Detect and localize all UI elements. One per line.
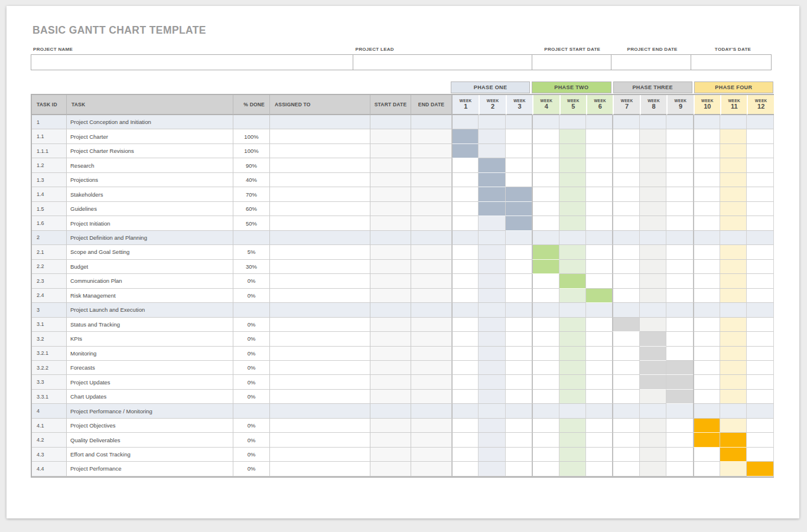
end-date-cell[interactable] xyxy=(411,361,452,375)
task-id-cell[interactable]: 2.4 xyxy=(32,289,67,303)
task-id-cell[interactable]: 3.2 xyxy=(32,332,67,346)
end-date-cell[interactable] xyxy=(411,144,452,158)
assigned-to-cell[interactable] xyxy=(270,245,370,259)
gantt-cell-week-1[interactable] xyxy=(452,347,479,361)
percent-done-cell[interactable]: 5% xyxy=(233,245,270,259)
gantt-cell-week-8[interactable] xyxy=(640,448,666,462)
gantt-cell-week-10[interactable] xyxy=(693,216,720,230)
task-name-cell[interactable]: Projections xyxy=(67,173,233,187)
start-date-cell[interactable] xyxy=(370,303,411,317)
task-id-cell[interactable]: 1 xyxy=(32,115,67,129)
assigned-to-cell[interactable] xyxy=(270,115,370,129)
gantt-cell-week-10[interactable] xyxy=(693,158,720,172)
gantt-cell-week-10[interactable] xyxy=(693,129,720,143)
assigned-to-cell[interactable] xyxy=(270,462,370,476)
gantt-cell-week-4[interactable] xyxy=(532,404,559,418)
task-name-cell[interactable]: Risk Management xyxy=(67,289,233,303)
gantt-cell-week-4[interactable] xyxy=(532,419,559,433)
gantt-cell-week-4[interactable] xyxy=(532,332,559,346)
gantt-cell-week-1[interactable] xyxy=(452,260,479,274)
end-date-cell[interactable] xyxy=(411,158,452,172)
gantt-cell-week-8[interactable] xyxy=(640,129,666,143)
gantt-cell-week-4[interactable] xyxy=(532,274,559,288)
gantt-cell-week-3[interactable] xyxy=(506,173,532,187)
gantt-cell-week-6[interactable] xyxy=(586,462,613,476)
assigned-to-cell[interactable] xyxy=(270,361,370,375)
gantt-cell-week-6[interactable] xyxy=(586,144,613,158)
gantt-cell-week-7[interactable] xyxy=(612,433,639,447)
gantt-cell-week-4[interactable] xyxy=(532,448,559,462)
start-date-cell[interactable] xyxy=(370,173,411,187)
gantt-cell-week-8[interactable] xyxy=(640,245,666,259)
task-id-cell[interactable]: 1.5 xyxy=(32,202,67,216)
gantt-cell-week-9[interactable] xyxy=(666,187,693,201)
percent-done-cell[interactable]: 70% xyxy=(233,187,270,201)
gantt-cell-week-4[interactable] xyxy=(532,375,559,389)
gantt-cell-week-2[interactable] xyxy=(479,231,505,245)
gantt-cell-week-11[interactable] xyxy=(720,390,747,404)
gantt-cell-week-7[interactable] xyxy=(612,404,639,418)
end-date-cell[interactable] xyxy=(411,274,452,288)
gantt-cell-week-3[interactable] xyxy=(506,390,532,404)
gantt-cell-week-1[interactable] xyxy=(452,245,479,259)
gantt-bar-week-8[interactable] xyxy=(640,375,666,389)
gantt-cell-week-5[interactable] xyxy=(559,448,586,462)
gantt-bar-week-10[interactable] xyxy=(693,419,720,433)
gantt-cell-week-1[interactable] xyxy=(452,433,479,447)
gantt-cell-week-9[interactable] xyxy=(666,245,693,259)
task-id-cell[interactable]: 1.1.1 xyxy=(32,144,67,158)
gantt-cell-week-2[interactable] xyxy=(479,115,505,129)
gantt-cell-week-4[interactable] xyxy=(532,347,559,361)
gantt-cell-week-8[interactable] xyxy=(640,433,666,447)
gantt-cell-week-10[interactable] xyxy=(693,231,720,245)
gantt-cell-week-10[interactable] xyxy=(693,462,720,476)
gantt-cell-week-2[interactable] xyxy=(479,332,505,346)
start-date-cell[interactable] xyxy=(370,187,411,201)
gantt-bar-week-2[interactable] xyxy=(479,173,505,187)
gantt-cell-week-6[interactable] xyxy=(586,347,613,361)
gantt-cell-week-9[interactable] xyxy=(666,419,693,433)
start-date-cell[interactable] xyxy=(370,332,411,346)
gantt-cell-week-8[interactable] xyxy=(640,419,666,433)
gantt-cell-week-8[interactable] xyxy=(640,187,666,201)
gantt-cell-week-6[interactable] xyxy=(586,187,613,201)
gantt-cell-week-9[interactable] xyxy=(666,289,693,303)
gantt-cell-week-1[interactable] xyxy=(452,158,479,172)
end-date-cell[interactable] xyxy=(411,375,452,389)
gantt-cell-week-1[interactable] xyxy=(452,448,479,462)
percent-done-cell[interactable]: 0% xyxy=(233,462,270,476)
gantt-cell-week-4[interactable] xyxy=(532,115,559,129)
gantt-cell-week-6[interactable] xyxy=(586,274,613,288)
task-name-cell[interactable]: Effort and Cost Tracking xyxy=(67,448,233,462)
gantt-cell-week-2[interactable] xyxy=(479,347,505,361)
gantt-cell-week-1[interactable] xyxy=(452,187,479,201)
percent-done-cell[interactable]: 0% xyxy=(233,448,270,462)
gantt-cell-week-11[interactable] xyxy=(720,289,747,303)
end-date-cell[interactable] xyxy=(411,332,452,346)
gantt-cell-week-4[interactable] xyxy=(532,158,559,172)
gantt-bar-week-12[interactable] xyxy=(747,462,773,476)
gantt-cell-week-1[interactable] xyxy=(452,462,479,476)
end-date-cell[interactable] xyxy=(411,433,452,447)
assigned-to-cell[interactable] xyxy=(270,332,370,346)
gantt-cell-week-7[interactable] xyxy=(612,158,639,172)
gantt-cell-week-2[interactable] xyxy=(479,274,505,288)
assigned-to-cell[interactable] xyxy=(270,231,370,245)
gantt-bar-week-3[interactable] xyxy=(506,202,532,216)
gantt-cell-week-9[interactable] xyxy=(666,231,693,245)
gantt-cell-week-1[interactable] xyxy=(452,404,479,418)
gantt-cell-week-11[interactable] xyxy=(720,419,747,433)
project-lead-input[interactable] xyxy=(353,55,532,70)
gantt-cell-week-6[interactable] xyxy=(586,318,613,332)
gantt-cell-week-12[interactable] xyxy=(747,404,773,418)
task-name-cell[interactable]: Guidelines xyxy=(67,202,233,216)
percent-done-cell[interactable] xyxy=(233,231,270,245)
assigned-to-cell[interactable] xyxy=(270,202,370,216)
task-id-cell[interactable]: 2 xyxy=(32,231,67,245)
gantt-cell-week-12[interactable] xyxy=(747,448,773,462)
task-name-cell[interactable]: Project Charter Revisions xyxy=(67,144,233,158)
gantt-cell-week-2[interactable] xyxy=(479,433,505,447)
gantt-cell-week-6[interactable] xyxy=(586,216,613,230)
start-date-cell[interactable] xyxy=(370,245,411,259)
gantt-cell-week-11[interactable] xyxy=(720,260,747,274)
